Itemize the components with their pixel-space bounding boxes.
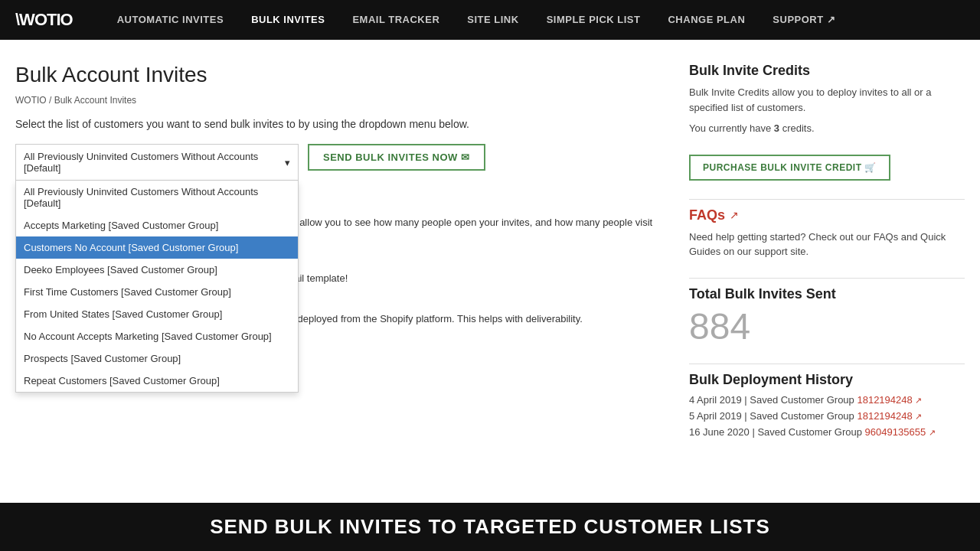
dropdown-row: All Previously Uninvited Customers Witho… [15, 144, 666, 181]
send-bulk-invites-button[interactable]: SEND BULK INVITES NOW ✉ [308, 144, 485, 171]
dropdown-list: All Previously Uninvited Customers Witho… [15, 181, 299, 393]
credits-count: 3 [774, 122, 779, 134]
dropdown-option-0[interactable]: All Previously Uninvited Customers Witho… [16, 181, 298, 214]
breadcrumb-separator: / [49, 95, 54, 106]
dropdown-option-2[interactable]: Customers No Account [Saved Customer Gro… [16, 236, 298, 259]
history-link-1[interactable]: 1812194248 [857, 410, 912, 422]
nav-email-tracker[interactable]: EMAIL TRACKER [338, 0, 453, 40]
history-item-1: 5 April 2019 | Saved Customer Group 1812… [689, 410, 965, 422]
dropdown-display[interactable]: All Previously Uninvited Customers Witho… [15, 144, 299, 181]
nav-automatic-invites[interactable]: AUTOMATIC INVITES [103, 0, 237, 40]
total-invites-count: 884 [689, 308, 965, 345]
faq-desc: Need help getting started? Check out our… [689, 230, 965, 259]
logo[interactable]: \WOTIO [15, 10, 73, 30]
history-item-0: 4 April 2019 | Saved Customer Group 1812… [689, 394, 965, 406]
history-date-0: 4 April 2019 | Saved Customer Group [689, 394, 854, 406]
history-ext-icon-2: ↗ [929, 428, 936, 437]
deployment-history-section: Bulk Deployment History 4 April 2019 | S… [689, 372, 965, 438]
dropdown-option-3[interactable]: Deeko Employees [Saved Customer Group] [16, 259, 298, 281]
history-date-2: 16 June 2020 | Saved Customer Group [689, 426, 862, 438]
credits-title: Bulk Invite Credits [689, 63, 965, 79]
nav-simple-pick-list[interactable]: SIMPLE PICK LIST [533, 0, 655, 40]
total-invites-section: Total Bulk Invites Sent 884 [689, 286, 965, 345]
faq-section: FAQs ↗ Need help getting started? Check … [689, 207, 965, 259]
history-ext-icon-0: ↗ [915, 396, 922, 405]
dropdown-option-8[interactable]: Repeat Customers [Saved Customer Group] [16, 370, 298, 392]
breadcrumb: WOTIO / Bulk Account Invites [15, 95, 666, 106]
history-date-1: 5 April 2019 | Saved Customer Group [689, 410, 854, 422]
divider-2 [689, 278, 965, 279]
right-sidebar: Bulk Invite Credits Bulk Invite Credits … [689, 63, 965, 456]
credits-section: Bulk Invite Credits Bulk Invite Credits … [689, 63, 965, 181]
credits-desc2: You currently have [689, 122, 771, 134]
dropdown-chevron-icon: ▾ [285, 157, 290, 168]
navbar: \WOTIO AUTOMATIC INVITES BULK INVITES EM… [0, 0, 980, 40]
history-item-2: 16 June 2020 | Saved Customer Group 9604… [689, 426, 965, 438]
breadcrumb-current: Bulk Account Invites [54, 95, 136, 106]
credits-desc1: Bulk Invite Credits allow you to deploy … [689, 85, 965, 115]
nav-support[interactable]: SUPPORT ↗ [759, 0, 849, 40]
faq-link[interactable]: FAQs [689, 207, 725, 223]
nav-change-plan[interactable]: CHANGE PLAN [654, 0, 759, 40]
dropdown-option-5[interactable]: From United States [Saved Customer Group… [16, 303, 298, 325]
dropdown-container: All Previously Uninvited Customers Witho… [15, 144, 299, 181]
left-column: Bulk Account Invites WOTIO / Bulk Accoun… [15, 63, 666, 456]
credits-desc3: credits. [782, 122, 815, 134]
page-description: Select the list of customers you want to… [15, 118, 666, 130]
dropdown-option-6[interactable]: No Account Accepts Marketing [Saved Cust… [16, 325, 298, 347]
deployment-history-title: Bulk Deployment History [689, 372, 965, 388]
dropdown-option-1[interactable]: Accepts Marketing [Saved Customer Group] [16, 214, 298, 236]
faq-title: FAQs ↗ [689, 207, 965, 223]
credits-count-text: You currently have 3 credits. [689, 121, 965, 136]
dropdown-option-4[interactable]: First Time Customers [Saved Customer Gro… [16, 281, 298, 303]
nav-bulk-invites[interactable]: BULK INVITES [237, 0, 338, 40]
divider-3 [689, 364, 965, 364]
divider-1 [689, 199, 965, 200]
total-invites-title: Total Bulk Invites Sent [689, 286, 965, 302]
nav-links: AUTOMATIC INVITES BULK INVITES EMAIL TRA… [103, 0, 850, 40]
history-ext-icon-1: ↗ [915, 412, 922, 421]
dropdown-option-7[interactable]: Prospects [Saved Customer Group] [16, 347, 298, 370]
nav-site-link[interactable]: SITE LINK [453, 0, 532, 40]
history-link-2[interactable]: 96049135655 [865, 426, 926, 438]
page-title: Bulk Account Invites [15, 63, 666, 87]
main-content: Bulk Account Invites WOTIO / Bulk Accoun… [0, 40, 980, 471]
history-link-0[interactable]: 1812194248 [857, 394, 912, 406]
breadcrumb-home[interactable]: WOTIO [15, 95, 47, 106]
dropdown-selected-value: All Previously Uninvited Customers Witho… [24, 151, 285, 174]
faq-ext-icon: ↗ [730, 209, 739, 221]
purchase-credit-button[interactable]: PURCHASE BULK INVITE CREDIT 🛒 [689, 155, 890, 181]
